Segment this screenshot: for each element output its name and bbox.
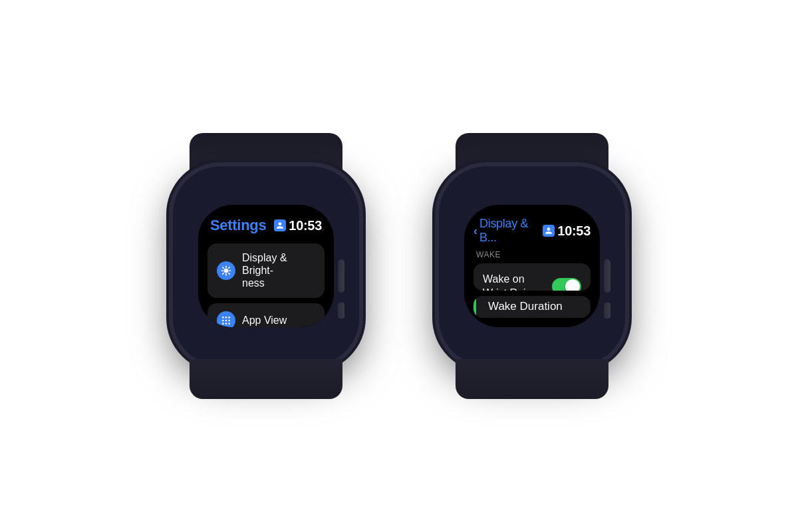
settings-item-appview[interactable]: App View (207, 303, 325, 327)
svg-point-12 (222, 319, 224, 321)
display-time-container: 10:53 (543, 223, 591, 239)
watch-body: Settings 10:53 (173, 166, 359, 366)
svg-point-14 (228, 319, 230, 321)
svg-point-11 (228, 317, 230, 319)
display-list: WAKE Wake onWrist Raise Wake on CrownRot… (464, 250, 600, 327)
settings-item-display[interactable]: Display & Bright-ness (207, 243, 325, 298)
watch-side-button-2[interactable] (604, 303, 610, 319)
settings-time: 10:53 (289, 218, 322, 233)
svg-line-5 (223, 267, 223, 268)
watch-body-2: ‹ Display & B... 10:53 WAKE (439, 166, 625, 366)
svg-point-17 (228, 323, 230, 325)
person-icon (274, 219, 286, 231)
watch-screen-settings: Settings 10:53 (198, 205, 334, 327)
wake-wrist-toggle[interactable] (552, 278, 581, 291)
svg-point-9 (222, 317, 224, 319)
watch-settings: Settings 10:53 (153, 133, 379, 399)
watch-band-bottom-2 (456, 359, 608, 399)
svg-point-15 (222, 323, 224, 325)
person-icon-2 (543, 225, 555, 237)
settings-screen: Settings 10:53 (198, 205, 334, 327)
svg-point-0 (224, 268, 229, 273)
watch-band-bottom (190, 359, 342, 399)
wake-wrist-item[interactable]: Wake onWrist Raise (473, 263, 591, 291)
header-time-container: 10:53 (274, 218, 322, 233)
wake-wrist-label: Wake onWrist Raise (483, 273, 552, 291)
svg-point-10 (225, 317, 227, 319)
settings-header: Settings 10:53 (207, 217, 325, 234)
green-indicator (473, 296, 476, 318)
brightness-icon (217, 261, 235, 280)
wake-duration-item[interactable]: Wake Duration (473, 296, 591, 318)
watch-screen-display: ‹ Display & B... 10:53 WAKE (464, 205, 600, 327)
display-header: ‹ Display & B... 10:53 (464, 205, 600, 250)
app-view-label: App View (242, 314, 287, 327)
back-button[interactable]: ‹ Display & B... (473, 217, 543, 245)
display-brightness-label: Display & Bright-ness (242, 251, 315, 290)
back-label: Display & B... (479, 217, 543, 245)
grid-icon (217, 311, 235, 327)
watch-display: ‹ Display & B... 10:53 WAKE (419, 133, 645, 399)
settings-list: Display & Bright-ness (207, 243, 325, 327)
wake-section-label: WAKE (473, 250, 591, 259)
wake-duration-label: Wake Duration (483, 300, 563, 313)
display-screen: ‹ Display & B... 10:53 WAKE (464, 205, 600, 327)
svg-line-6 (229, 273, 229, 274)
settings-title: Settings (210, 217, 266, 234)
watch-crown-2[interactable] (604, 259, 610, 293)
svg-line-7 (223, 273, 223, 274)
watch-crown[interactable] (338, 259, 344, 293)
svg-line-8 (229, 267, 229, 268)
svg-point-16 (225, 323, 227, 325)
back-chevron-icon: ‹ (473, 224, 477, 238)
display-time: 10:53 (557, 223, 591, 239)
watch-side-button[interactable] (338, 303, 344, 319)
svg-point-13 (225, 319, 227, 321)
